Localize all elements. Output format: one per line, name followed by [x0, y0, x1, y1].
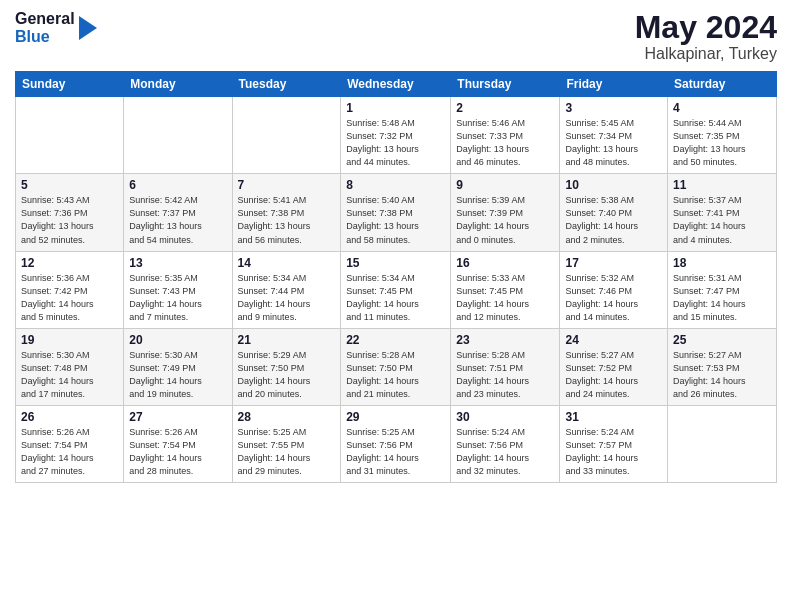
day-info: Sunrise: 5:35 AM Sunset: 7:43 PM Dayligh… — [129, 272, 226, 324]
calendar-week-row: 12Sunrise: 5:36 AM Sunset: 7:42 PM Dayli… — [16, 251, 777, 328]
calendar-cell: 7Sunrise: 5:41 AM Sunset: 7:38 PM Daylig… — [232, 174, 341, 251]
logo-general: General — [15, 10, 75, 28]
day-info: Sunrise: 5:27 AM Sunset: 7:53 PM Dayligh… — [673, 349, 771, 401]
day-info: Sunrise: 5:41 AM Sunset: 7:38 PM Dayligh… — [238, 194, 336, 246]
calendar-cell: 19Sunrise: 5:30 AM Sunset: 7:48 PM Dayli… — [16, 328, 124, 405]
day-number: 31 — [565, 410, 662, 424]
calendar-cell: 16Sunrise: 5:33 AM Sunset: 7:45 PM Dayli… — [451, 251, 560, 328]
calendar-cell: 23Sunrise: 5:28 AM Sunset: 7:51 PM Dayli… — [451, 328, 560, 405]
calendar-cell — [668, 405, 777, 482]
calendar-cell: 10Sunrise: 5:38 AM Sunset: 7:40 PM Dayli… — [560, 174, 668, 251]
day-number: 11 — [673, 178, 771, 192]
calendar-cell — [16, 97, 124, 174]
day-info: Sunrise: 5:34 AM Sunset: 7:45 PM Dayligh… — [346, 272, 445, 324]
calendar-cell: 11Sunrise: 5:37 AM Sunset: 7:41 PM Dayli… — [668, 174, 777, 251]
day-info: Sunrise: 5:48 AM Sunset: 7:32 PM Dayligh… — [346, 117, 445, 169]
day-info: Sunrise: 5:27 AM Sunset: 7:52 PM Dayligh… — [565, 349, 662, 401]
day-number: 8 — [346, 178, 445, 192]
calendar-cell: 15Sunrise: 5:34 AM Sunset: 7:45 PM Dayli… — [341, 251, 451, 328]
calendar-cell: 22Sunrise: 5:28 AM Sunset: 7:50 PM Dayli… — [341, 328, 451, 405]
logo-icon — [79, 16, 97, 40]
day-number: 29 — [346, 410, 445, 424]
calendar-week-row: 5Sunrise: 5:43 AM Sunset: 7:36 PM Daylig… — [16, 174, 777, 251]
day-number: 2 — [456, 101, 554, 115]
calendar-cell: 17Sunrise: 5:32 AM Sunset: 7:46 PM Dayli… — [560, 251, 668, 328]
title-block: May 2024 Halkapinar, Turkey — [635, 10, 777, 63]
calendar-cell: 12Sunrise: 5:36 AM Sunset: 7:42 PM Dayli… — [16, 251, 124, 328]
calendar-cell: 20Sunrise: 5:30 AM Sunset: 7:49 PM Dayli… — [124, 328, 232, 405]
day-number: 5 — [21, 178, 118, 192]
calendar-cell: 3Sunrise: 5:45 AM Sunset: 7:34 PM Daylig… — [560, 97, 668, 174]
calendar-cell: 2Sunrise: 5:46 AM Sunset: 7:33 PM Daylig… — [451, 97, 560, 174]
calendar-cell: 28Sunrise: 5:25 AM Sunset: 7:55 PM Dayli… — [232, 405, 341, 482]
logo-text: General Blue — [15, 10, 75, 45]
calendar-cell — [124, 97, 232, 174]
day-info: Sunrise: 5:26 AM Sunset: 7:54 PM Dayligh… — [21, 426, 118, 478]
calendar-cell: 13Sunrise: 5:35 AM Sunset: 7:43 PM Dayli… — [124, 251, 232, 328]
day-number: 20 — [129, 333, 226, 347]
calendar-cell: 6Sunrise: 5:42 AM Sunset: 7:37 PM Daylig… — [124, 174, 232, 251]
day-info: Sunrise: 5:44 AM Sunset: 7:35 PM Dayligh… — [673, 117, 771, 169]
day-number: 30 — [456, 410, 554, 424]
day-number: 16 — [456, 256, 554, 270]
calendar-week-row: 1Sunrise: 5:48 AM Sunset: 7:32 PM Daylig… — [16, 97, 777, 174]
day-number: 23 — [456, 333, 554, 347]
day-number: 9 — [456, 178, 554, 192]
day-number: 15 — [346, 256, 445, 270]
title-month: May 2024 — [635, 10, 777, 45]
day-info: Sunrise: 5:25 AM Sunset: 7:56 PM Dayligh… — [346, 426, 445, 478]
calendar-cell: 18Sunrise: 5:31 AM Sunset: 7:47 PM Dayli… — [668, 251, 777, 328]
day-info: Sunrise: 5:45 AM Sunset: 7:34 PM Dayligh… — [565, 117, 662, 169]
header: General Blue May 2024 Halkapinar, Turkey — [15, 10, 777, 63]
calendar-header-tuesday: Tuesday — [232, 72, 341, 97]
calendar-header-saturday: Saturday — [668, 72, 777, 97]
calendar-header-sunday: Sunday — [16, 72, 124, 97]
day-info: Sunrise: 5:39 AM Sunset: 7:39 PM Dayligh… — [456, 194, 554, 246]
day-info: Sunrise: 5:30 AM Sunset: 7:48 PM Dayligh… — [21, 349, 118, 401]
title-location: Halkapinar, Turkey — [635, 45, 777, 63]
day-number: 26 — [21, 410, 118, 424]
day-number: 21 — [238, 333, 336, 347]
day-info: Sunrise: 5:42 AM Sunset: 7:37 PM Dayligh… — [129, 194, 226, 246]
day-info: Sunrise: 5:40 AM Sunset: 7:38 PM Dayligh… — [346, 194, 445, 246]
day-number: 18 — [673, 256, 771, 270]
day-info: Sunrise: 5:31 AM Sunset: 7:47 PM Dayligh… — [673, 272, 771, 324]
day-number: 28 — [238, 410, 336, 424]
day-number: 1 — [346, 101, 445, 115]
day-info: Sunrise: 5:29 AM Sunset: 7:50 PM Dayligh… — [238, 349, 336, 401]
day-number: 3 — [565, 101, 662, 115]
calendar-cell — [232, 97, 341, 174]
calendar-header-wednesday: Wednesday — [341, 72, 451, 97]
calendar-cell: 21Sunrise: 5:29 AM Sunset: 7:50 PM Dayli… — [232, 328, 341, 405]
day-number: 7 — [238, 178, 336, 192]
calendar-header-row: SundayMondayTuesdayWednesdayThursdayFrid… — [16, 72, 777, 97]
calendar-cell: 24Sunrise: 5:27 AM Sunset: 7:52 PM Dayli… — [560, 328, 668, 405]
calendar-cell: 29Sunrise: 5:25 AM Sunset: 7:56 PM Dayli… — [341, 405, 451, 482]
day-info: Sunrise: 5:30 AM Sunset: 7:49 PM Dayligh… — [129, 349, 226, 401]
calendar-cell: 14Sunrise: 5:34 AM Sunset: 7:44 PM Dayli… — [232, 251, 341, 328]
calendar-cell: 26Sunrise: 5:26 AM Sunset: 7:54 PM Dayli… — [16, 405, 124, 482]
day-number: 25 — [673, 333, 771, 347]
day-info: Sunrise: 5:24 AM Sunset: 7:57 PM Dayligh… — [565, 426, 662, 478]
calendar-header-monday: Monday — [124, 72, 232, 97]
day-info: Sunrise: 5:36 AM Sunset: 7:42 PM Dayligh… — [21, 272, 118, 324]
day-info: Sunrise: 5:46 AM Sunset: 7:33 PM Dayligh… — [456, 117, 554, 169]
day-info: Sunrise: 5:34 AM Sunset: 7:44 PM Dayligh… — [238, 272, 336, 324]
day-info: Sunrise: 5:43 AM Sunset: 7:36 PM Dayligh… — [21, 194, 118, 246]
day-info: Sunrise: 5:26 AM Sunset: 7:54 PM Dayligh… — [129, 426, 226, 478]
day-number: 14 — [238, 256, 336, 270]
day-number: 22 — [346, 333, 445, 347]
calendar-table: SundayMondayTuesdayWednesdayThursdayFrid… — [15, 71, 777, 483]
day-number: 13 — [129, 256, 226, 270]
day-number: 27 — [129, 410, 226, 424]
calendar-cell: 5Sunrise: 5:43 AM Sunset: 7:36 PM Daylig… — [16, 174, 124, 251]
calendar-header-friday: Friday — [560, 72, 668, 97]
logo: General Blue — [15, 10, 97, 45]
calendar-week-row: 19Sunrise: 5:30 AM Sunset: 7:48 PM Dayli… — [16, 328, 777, 405]
day-number: 24 — [565, 333, 662, 347]
day-number: 12 — [21, 256, 118, 270]
day-info: Sunrise: 5:38 AM Sunset: 7:40 PM Dayligh… — [565, 194, 662, 246]
day-info: Sunrise: 5:37 AM Sunset: 7:41 PM Dayligh… — [673, 194, 771, 246]
calendar-header-thursday: Thursday — [451, 72, 560, 97]
day-info: Sunrise: 5:28 AM Sunset: 7:50 PM Dayligh… — [346, 349, 445, 401]
